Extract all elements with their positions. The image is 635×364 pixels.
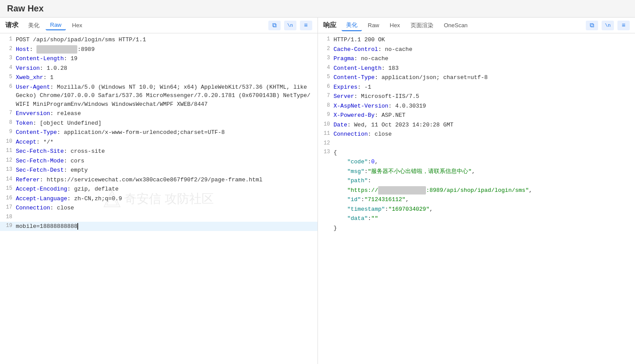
req-line-10: 10 Accept: */*: [0, 137, 318, 147]
req-line-6: 6 User-Agent: Mozilla/5.0 (Windows NT 10…: [0, 83, 318, 109]
resp-line-14: "code":0,: [318, 157, 635, 167]
req-line-18: 18: [0, 213, 318, 222]
main-container: 请求 美化 Raw Hex ⧉ \n ≡ 奇安信 攻防社区 1 POST /ap…: [0, 18, 635, 364]
resp-line-10: 10 Date: Wed, 11 Oct 2023 14:20:28 GMT: [318, 120, 635, 130]
app-title: Raw Hex: [7, 4, 43, 14]
response-code-area: 1 HTTP/1.1 200 OK 2 Cache-Control: no-ca…: [318, 33, 635, 364]
resp-line-18: "id":"7124316112",: [318, 195, 635, 205]
request-toolbar: ⧉ \n ≡: [268, 21, 312, 30]
req-line-2: 2 Host: :8989: [0, 45, 318, 54]
req-line-19: 19 mobile=18888888888: [0, 222, 318, 231]
resp-line-7: 7 Server: Microsoft-IIS/7.5: [318, 92, 635, 101]
req-line-15: 15 Accept-Encoding: gzip, deflate: [0, 184, 318, 194]
req-line-1: 1 POST /api/shop/ipad/login/sms HTTP/1.1: [0, 35, 318, 45]
tab-raw-resp[interactable]: Raw: [364, 21, 384, 30]
copy-icon-resp[interactable]: ⧉: [586, 21, 598, 30]
req-line-20: [0, 231, 318, 240]
resp-line-11: 11 Connection: close: [318, 130, 635, 139]
req-line-11: 11 Sec-Fetch-Site: cross-site: [0, 147, 318, 156]
req-line-12: 12 Sec-Fetch-Mode: cors: [0, 156, 318, 166]
response-panel-title: 响应: [323, 21, 336, 29]
tab-raw-req[interactable]: Raw: [46, 20, 66, 30]
req-line-13: 13 Sec-Fetch-Dest: empty: [0, 166, 318, 175]
response-panel: 响应 美化 Raw Hex 页面渲染 OneScan ⧉ \n ≡ 1 HTTP…: [318, 18, 635, 364]
menu-icon-resp[interactable]: ≡: [617, 21, 630, 30]
newline-icon-req[interactable]: \n: [284, 21, 296, 30]
resp-line-2: 2 Cache-Control: no-cache: [318, 45, 635, 54]
resp-line-20: "data":"": [318, 214, 635, 223]
request-panel: 请求 美化 Raw Hex ⧉ \n ≡ 奇安信 攻防社区 1 POST /ap…: [0, 18, 318, 364]
top-bar: Raw Hex: [0, 0, 635, 18]
tab-hex-resp[interactable]: Hex: [386, 21, 404, 30]
tab-onescan-resp[interactable]: OneScan: [440, 21, 472, 30]
resp-line-1: 1 HTTP/1.1 200 OK: [318, 35, 635, 45]
resp-line-3: 3 Pragma: no-cache: [318, 54, 635, 64]
tab-beautify-req[interactable]: 美化: [24, 20, 44, 31]
resp-line-15: "msg":"服务器不小心出错啦，请联系信息中心",: [318, 167, 635, 177]
copy-icon-req[interactable]: ⧉: [268, 21, 281, 30]
req-line-8: 8 Token: [object Undefined]: [0, 119, 318, 128]
resp-line-4: 4 Content-Length: 183: [318, 64, 635, 73]
req-line-7: 7 Envversion: release: [0, 109, 318, 119]
req-line-16: 16 Accept-Language: zh-CN,zh;q=0.9: [0, 194, 318, 204]
resp-line-21: }: [318, 223, 635, 233]
req-line-9: 9 Content-Type: application/x-www-form-u…: [0, 128, 318, 137]
resp-line-12: 12: [318, 139, 635, 148]
resp-line-17: "https:// :8989/api/shop/ipad/login/sms"…: [318, 186, 635, 195]
resp-line-19: "timestamp":"1697034029",: [318, 205, 635, 214]
request-code-area: 奇安信 攻防社区 1 POST /api/shop/ipad/login/sms…: [0, 33, 318, 364]
resp-line-13: 13 {: [318, 148, 635, 158]
menu-icon-req[interactable]: ≡: [300, 21, 312, 30]
req-line-4: 4 Version: 1.0.28: [0, 64, 318, 73]
req-line-5: 5 Xweb_xhr: 1: [0, 73, 318, 83]
tab-beautify-resp[interactable]: 美化: [342, 20, 362, 31]
req-line-17: 17 Connection: close: [0, 203, 318, 213]
request-panel-title: 请求: [5, 21, 18, 29]
newline-icon-resp[interactable]: \n: [602, 21, 614, 30]
req-line-14: 14 Referer: https://servicewechat.com/wx…: [0, 175, 318, 185]
resp-line-9: 9 X-Powered-By: ASP.NET: [318, 111, 635, 120]
resp-line-16: "path":: [318, 176, 635, 186]
resp-line-8: 8 X-AspNet-Version: 4.0.30319: [318, 101, 635, 111]
response-toolbar: ⧉ \n ≡: [586, 21, 630, 30]
tab-hex-req[interactable]: Hex: [68, 21, 87, 30]
resp-line-6: 6 Expires: -1: [318, 83, 635, 92]
tab-render-resp[interactable]: 页面渲染: [406, 20, 438, 31]
req-line-3: 3 Content-Length: 19: [0, 54, 318, 64]
resp-line-5: 5 Content-Type: application/json; charse…: [318, 73, 635, 83]
request-panel-header: 请求 美化 Raw Hex ⧉ \n ≡: [0, 18, 318, 33]
response-panel-header: 响应 美化 Raw Hex 页面渲染 OneScan ⧉ \n ≡: [318, 18, 635, 33]
